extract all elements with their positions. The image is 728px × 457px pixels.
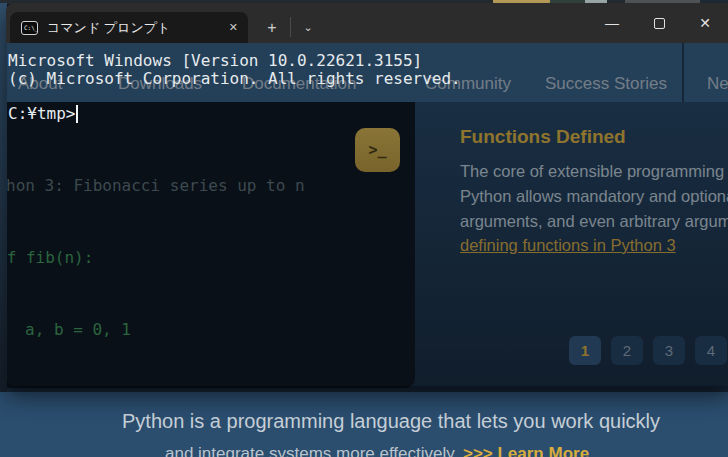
maximize-icon [654, 18, 665, 29]
new-tab-button[interactable]: + [256, 12, 288, 43]
tab-title: コマンド プロンプト [47, 19, 229, 37]
terminal-window: C:\_ コマンド プロンプト ✕ + ⌄ — ✕ Microsoft Wind… [6, 3, 728, 386]
minimize-button[interactable]: — [591, 5, 633, 41]
cmd-icon: C:\_ [21, 21, 38, 35]
terminal-output-line: (c) Microsoft Corporation. All rights re… [8, 69, 461, 88]
close-button[interactable]: ✕ [684, 5, 726, 41]
tagline-line2-text: and integrate systems more effectively. [165, 444, 463, 457]
titlebar-separator [290, 17, 291, 37]
prompt-text: C:¥tmp> [8, 104, 75, 123]
tagline-line2: and integrate systems more effectively. … [165, 444, 589, 457]
tab-dropdown-icon[interactable]: ⌄ [294, 12, 322, 43]
tab-close-icon[interactable]: ✕ [229, 21, 238, 34]
tagline-banner: Python is a programming language that le… [0, 392, 728, 457]
terminal-cursor [76, 105, 78, 123]
terminal-tab[interactable]: C:\_ コマンド プロンプト ✕ [10, 12, 248, 43]
learn-more-link[interactable]: >>> Learn More [463, 444, 589, 457]
tagline-line1: Python is a programming language that le… [122, 410, 660, 433]
terminal-prompt[interactable]: C:¥tmp> [8, 104, 78, 123]
terminal-titlebar[interactable]: C:\_ コマンド プロンプト ✕ + ⌄ — ✕ [6, 3, 728, 43]
terminal-content[interactable]: Microsoft Windows [Version 10.0.22621.31… [6, 43, 728, 386]
maximize-button[interactable] [638, 5, 680, 41]
terminal-output-line: Microsoft Windows [Version 10.0.22621.31… [8, 51, 422, 70]
screen: About Downloads Documentation Community … [0, 0, 728, 457]
